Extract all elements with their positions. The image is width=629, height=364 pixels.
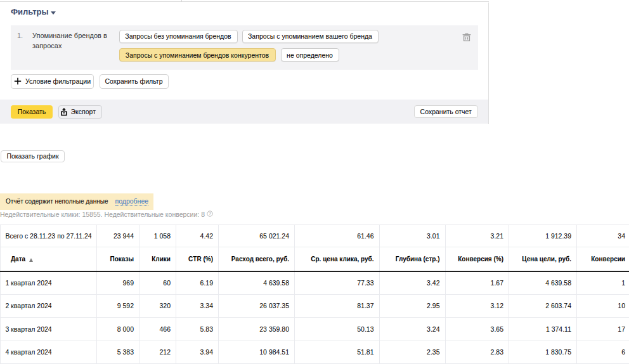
svg-text:?: ? xyxy=(209,211,211,216)
